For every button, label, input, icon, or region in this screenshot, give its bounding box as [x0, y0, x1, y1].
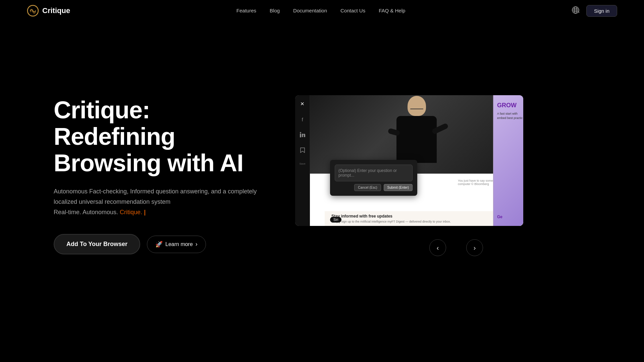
- nav-faq-help[interactable]: FAQ & Help: [379, 8, 405, 13]
- glasses: [410, 109, 423, 109]
- ss-close-icon: ✕: [298, 99, 307, 109]
- language-icon[interactable]: A: [572, 6, 580, 15]
- hero-subtitle: Autonomous Fact-checking, Informed quest…: [54, 186, 275, 217]
- ss-panel-cta: Ge: [497, 215, 523, 219]
- ss-stay-informed: Stay informed with free updates: [331, 214, 517, 219]
- hero-section: Critique: Redefining Browsing with AI Au…: [0, 21, 644, 323]
- logo-icon: [27, 5, 39, 17]
- nav-documentation[interactable]: Documentation: [293, 8, 327, 13]
- nav-contact-us[interactable]: Contact Us: [340, 8, 365, 13]
- carousel-arrows: ‹ ›: [295, 239, 617, 256]
- ss-sidebar: ✕ f Save: [295, 95, 310, 226]
- navbar: Critique Features Blog Documentation Con…: [0, 0, 644, 21]
- svg-text:A: A: [578, 10, 580, 13]
- carousel-next-button[interactable]: ›: [466, 239, 483, 256]
- hero-right: ✕ f Save: [295, 95, 617, 256]
- hero-actions: Add To Your Browser 🚀 Learn more ›: [54, 234, 275, 254]
- ss-siri-badge: Siri: [330, 217, 341, 223]
- svg-rect-5: [300, 134, 301, 137]
- ss-panel-title: GROW: [497, 102, 523, 109]
- ss-linkedin-icon: [298, 130, 307, 139]
- arm-right: [431, 123, 449, 135]
- person-torso: [396, 116, 437, 163]
- learn-more-button[interactable]: 🚀 Learn more ›: [147, 236, 206, 253]
- ss-facebook-icon: f: [298, 115, 307, 124]
- hero-title: Critique: Redefining Browsing with AI: [54, 97, 275, 177]
- screenshot-inner: ✕ f Save: [295, 95, 523, 226]
- hero-subtitle-line1: Autonomous Fact-checking, Informed quest…: [54, 188, 257, 205]
- nav-right: A Sign in: [572, 5, 617, 17]
- learn-more-label: Learn more: [165, 241, 193, 247]
- ss-save-label: Save: [299, 162, 305, 165]
- ss-footer-subtext: Simply sign up to the Artificial intelli…: [331, 220, 517, 223]
- ss-main-area: Stay informed with free updates Simply s…: [310, 95, 523, 226]
- ss-prompt-actions: Cancel (Esc) Submit (Enter): [335, 184, 413, 191]
- arm-left: [388, 128, 400, 136]
- person-head: [408, 96, 426, 116]
- hero-cursor: |: [144, 209, 146, 216]
- add-to-browser-button[interactable]: Add To Your Browser: [54, 234, 140, 254]
- svg-point-6: [300, 132, 301, 133]
- nav-links: Features Blog Documentation Contact Us F…: [236, 8, 406, 14]
- screenshot-preview: ✕ f Save: [295, 95, 523, 226]
- carousel-container: ✕ f Save: [295, 95, 617, 256]
- learn-more-arrow: ›: [196, 241, 198, 248]
- nav-blog[interactable]: Blog: [270, 8, 280, 13]
- rocket-icon: 🚀: [155, 241, 163, 248]
- logo-link[interactable]: Critique: [27, 5, 70, 17]
- ss-bookmark-icon: [298, 145, 307, 155]
- ss-prompt-box: (Optional) Enter your question or prompt…: [330, 160, 417, 196]
- logo-text: Critique: [42, 6, 70, 15]
- carousel-prev-button[interactable]: ‹: [429, 239, 446, 256]
- sign-in-button[interactable]: Sign in: [586, 5, 617, 17]
- ss-panel-text: A fast start with embed best practic: [497, 112, 523, 120]
- ss-cancel-button[interactable]: Cancel (Esc): [354, 184, 381, 191]
- hero-brand-link[interactable]: Critique.: [120, 209, 142, 216]
- ss-right-panel: GROW A fast start with embed best practi…: [493, 95, 523, 226]
- nav-features[interactable]: Features: [236, 8, 256, 13]
- ss-submit-button[interactable]: Submit (Enter): [384, 184, 413, 191]
- hero-subtitle-line2: Real-time. Autonomous.: [54, 209, 118, 216]
- ss-prompt-input: (Optional) Enter your question or prompt…: [335, 165, 413, 181]
- hero-left: Critique: Redefining Browsing with AI Au…: [54, 97, 275, 254]
